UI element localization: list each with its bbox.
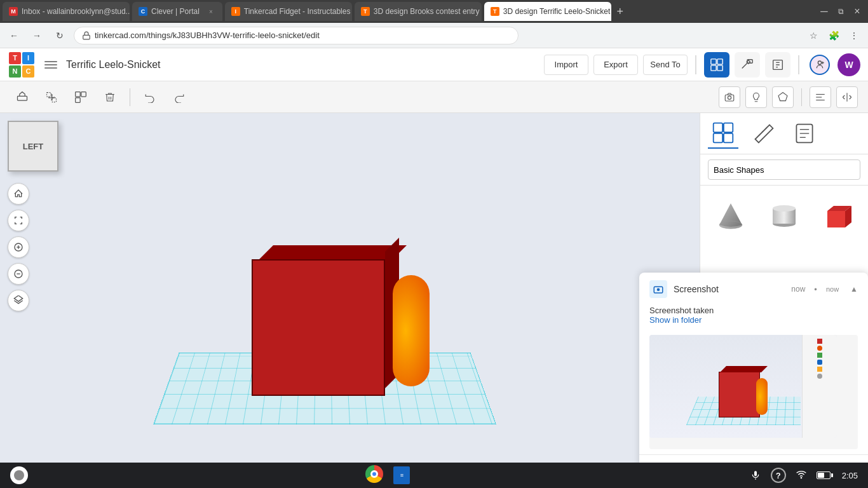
back-button[interactable]: ← (5, 27, 23, 44)
svg-rect-31 (724, 133, 733, 142)
tab-favicon-instructables: I (231, 7, 240, 16)
refresh-button[interactable]: ↻ (51, 27, 69, 44)
svg-rect-29 (724, 123, 733, 132)
shape-box[interactable] (812, 191, 863, 241)
viewport-3d[interactable]: LEFT (0, 113, 700, 488)
svg-rect-6 (711, 65, 716, 70)
svg-rect-3 (44, 67, 57, 69)
3d-view-button[interactable] (704, 52, 729, 78)
taskbar-center: ≡ (365, 465, 410, 485)
hamburger-menu[interactable] (42, 56, 60, 74)
taskbar-time: 2:05 (842, 471, 858, 480)
notification-header: Screenshot now • now ▲ (639, 273, 868, 306)
toolbar-separator-1 (130, 88, 130, 106)
taskbar-wifi-icon[interactable] (794, 468, 809, 483)
shape-cylinder[interactable] (759, 191, 810, 241)
tinkercad-logo[interactable]: T I N C (8, 51, 36, 79)
panel-tab-ruler[interactable] (749, 118, 779, 149)
svg-point-9 (818, 61, 821, 64)
taskbar-chrome-icon[interactable] (365, 465, 386, 485)
panel-tab-shapes[interactable] (708, 118, 738, 149)
svg-rect-12 (18, 96, 27, 100)
zoom-in-button[interactable] (8, 236, 29, 258)
bookmark-button[interactable]: ☆ (804, 27, 822, 44)
show-in-folder-link[interactable]: Show in folder (649, 315, 858, 325)
camera-icon (724, 92, 735, 103)
tab-instructables[interactable]: I Tinkercad Fidget - Instructables × (225, 2, 352, 21)
screenshot-preview (649, 335, 858, 449)
toolbar (0, 81, 868, 113)
pick-move-button[interactable] (735, 52, 760, 78)
light-bulb-button[interactable] (745, 86, 767, 108)
user-area (807, 52, 832, 78)
tab-label-brooks: 3D design Brooks contest entry (374, 7, 480, 16)
redo-button[interactable] (167, 85, 191, 109)
extension-button[interactable]: 🧩 (825, 27, 843, 44)
view-cube[interactable]: LEFT (8, 121, 58, 172)
forward-button[interactable]: → (28, 27, 46, 44)
align-button[interactable] (810, 86, 831, 108)
restore-button[interactable]: ⧉ (835, 6, 846, 17)
box-svg (820, 198, 855, 234)
mirror-icon (841, 92, 853, 103)
notification-expand-button[interactable]: ▲ (850, 285, 858, 294)
panel-tab-notes[interactable] (789, 118, 820, 149)
notification-app-icon (649, 280, 667, 298)
user-avatar[interactable]: W (837, 53, 860, 76)
taskbar-mic-icon[interactable] (748, 468, 763, 483)
cylinder-object (393, 275, 430, 386)
home-view-button[interactable] (8, 183, 29, 205)
screenshot-button[interactable] (719, 86, 740, 108)
undo-button[interactable] (138, 85, 162, 109)
minimize-button[interactable]: ─ (818, 6, 830, 17)
logo-c: C (22, 65, 34, 78)
shape-cone[interactable] (705, 191, 756, 241)
lightbulb-icon (750, 92, 762, 103)
send-to-button[interactable]: Send To (643, 55, 688, 75)
export-button[interactable]: Export (593, 55, 638, 75)
mirror-button[interactable] (836, 86, 858, 108)
new-workplane-button[interactable] (10, 85, 34, 109)
taskbar-circle-button[interactable] (10, 466, 28, 484)
zoom-out-button[interactable] (8, 263, 29, 285)
shape-generator-button[interactable] (772, 86, 794, 108)
tab-close-clever[interactable]: × (206, 6, 216, 17)
delete-button[interactable] (98, 85, 122, 109)
logo-t: T (9, 52, 21, 64)
new-tab-button[interactable]: + (611, 3, 629, 20)
preview-shape-4 (817, 360, 822, 365)
home-icon (13, 189, 24, 199)
group-icon (45, 91, 58, 104)
import-button[interactable]: Import (544, 55, 588, 75)
svg-rect-0 (83, 35, 90, 39)
taskbar-docs-icon[interactable]: ≡ (393, 466, 410, 484)
tab-gmail[interactable]: M Inbox - wallainbrooklynn@stud... × (3, 2, 130, 21)
address-bar[interactable]: tinkercad.com/things/kJ83UBHh3VW-terrifi… (74, 27, 519, 44)
add-user-button[interactable] (810, 55, 830, 75)
svg-point-40 (773, 205, 796, 212)
svg-rect-5 (717, 58, 722, 64)
notification-time2: now (826, 285, 839, 293)
category-select[interactable]: Basic Shapes (708, 159, 860, 180)
taskbar-battery-icon[interactable] (817, 470, 834, 480)
switch-view-button[interactable] (8, 290, 29, 311)
fit-icon (13, 215, 24, 226)
browser-menu-button[interactable]: ⋮ (845, 27, 863, 44)
preview-viewport (649, 335, 837, 438)
fit-view-button[interactable] (8, 210, 29, 231)
svg-rect-41 (827, 211, 845, 227)
group-button[interactable] (39, 85, 64, 109)
taskbar-accessibility-icon[interactable]: ? (771, 468, 786, 483)
ungroup-button[interactable] (69, 85, 93, 109)
cube-object[interactable] (252, 259, 385, 399)
shapes-panel-icon (712, 121, 735, 144)
tab-brooks[interactable]: T 3D design Brooks contest entry × (355, 2, 482, 21)
tab-clever[interactable]: C Clever | Portal × (132, 2, 222, 21)
taskbar-right: ? 2:05 (748, 468, 858, 483)
tab-leelo[interactable]: T 3D design Terrific Leelo-Snicket × (484, 2, 611, 21)
close-window-button[interactable]: × (851, 6, 863, 17)
tab-favicon-gmail: M (9, 7, 18, 16)
svg-rect-16 (81, 92, 86, 97)
code-blocks-button[interactable] (765, 52, 790, 78)
preview-cube (719, 372, 760, 417)
